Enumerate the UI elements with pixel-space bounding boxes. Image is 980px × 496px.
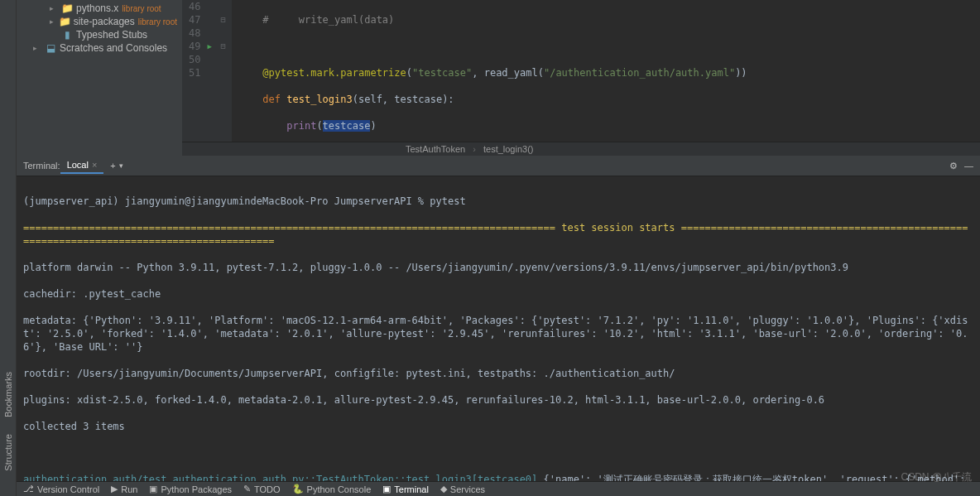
fold-gutter[interactable]: ⊟ ⊟ <box>220 0 232 142</box>
code-content[interactable]: # write_yaml(data) @pytest.mark.parametr… <box>232 0 980 142</box>
bottom-tool-bar: ⎇Version Control ▶Run ▣Python Packages ✎… <box>17 481 980 496</box>
terminal-tab-local[interactable]: Local× <box>60 157 104 174</box>
tree-item-label: Typeshed Stubs <box>76 29 147 41</box>
terminal-panel: Terminal: Local× + ▾ ⚙ — (jumpserver_api… <box>17 156 980 481</box>
tree-item-label: pythons.x <box>76 2 118 14</box>
tree-item-label: Scratches and Consoles <box>60 42 167 54</box>
line-number-gutter: 46 47 48 49 50 51 <box>182 0 207 142</box>
terminal-tool-button[interactable]: ▣Terminal <box>382 484 429 494</box>
new-terminal-button[interactable]: + <box>110 161 115 171</box>
breadcrumb-class[interactable]: TestAuthToken <box>406 144 465 154</box>
vcs-tool-button[interactable]: ⎇Version Control <box>23 484 99 494</box>
terminal-icon: ▣ <box>382 484 391 494</box>
console-icon: 🐍 <box>292 484 304 494</box>
terminal-output[interactable]: (jumpserver_api) jiangyumin@jiangyuminde… <box>17 176 980 481</box>
python-console-tool-button[interactable]: 🐍Python Console <box>292 484 372 494</box>
code-editor[interactable]: 46 47 48 49 50 51 ▶ ⊟ ⊟ # write_yaml(dat… <box>182 0 980 156</box>
branch-icon: ⎇ <box>23 484 34 494</box>
watermark: CSDN @八千流 <box>901 470 972 484</box>
structure-tool-button[interactable]: Structure <box>3 434 13 471</box>
run-test-icon[interactable]: ▶ <box>207 40 220 53</box>
tool-window-left-stripe: Bookmarks Structure <box>0 0 17 496</box>
tree-item-label: site-packages <box>74 16 135 27</box>
terminal-label: Terminal: <box>23 161 60 171</box>
breadcrumb-function[interactable]: test_login3() <box>483 144 534 154</box>
todo-tool-button[interactable]: ✎TODO <box>243 484 281 494</box>
package-icon: ▣ <box>149 484 157 494</box>
terminal-dropdown-icon[interactable]: ▾ <box>119 161 123 170</box>
services-icon: ◆ <box>440 484 447 494</box>
python-packages-tool-button[interactable]: ▣Python Packages <box>149 484 232 494</box>
bookmarks-tool-button[interactable]: Bookmarks <box>3 372 13 417</box>
run-tool-button[interactable]: ▶Run <box>111 484 137 494</box>
hide-icon[interactable]: — <box>964 161 973 171</box>
gear-icon[interactable]: ⚙ <box>949 161 958 171</box>
run-gutter[interactable]: ▶ <box>207 0 220 142</box>
terminal-tab-bar: Terminal: Local× + ▾ ⚙ — <box>17 156 980 176</box>
breadcrumb-bar[interactable]: TestAuthToken › test_login3() <box>182 142 980 156</box>
todo-icon: ✎ <box>243 484 251 494</box>
project-tree[interactable]: ▸📁pythons.x library root ▸📁site-packages… <box>17 0 182 156</box>
play-icon: ▶ <box>111 484 118 494</box>
services-tool-button[interactable]: ◆Services <box>440 484 485 494</box>
close-icon[interactable]: × <box>92 160 97 170</box>
